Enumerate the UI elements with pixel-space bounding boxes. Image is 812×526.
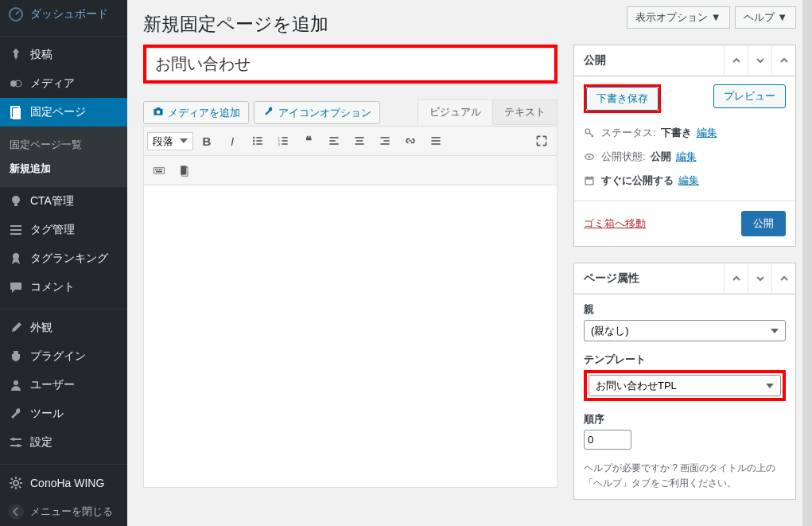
post-title-input[interactable]: [146, 48, 554, 80]
fullscreen-button[interactable]: [530, 130, 554, 152]
align-right-button[interactable]: [373, 130, 397, 152]
move-up-button[interactable]: [724, 264, 748, 293]
keyboard-button[interactable]: [147, 159, 171, 181]
toggle-panel-button[interactable]: [771, 46, 795, 75]
dashboard-icon: [8, 6, 24, 22]
toggle-toolbar-button[interactable]: [173, 159, 196, 181]
quote-button[interactable]: ❝: [297, 130, 321, 152]
save-draft-highlight: 下書き保存: [584, 84, 661, 113]
preview-button[interactable]: プレビュー: [713, 84, 786, 108]
svg-rect-33: [329, 140, 335, 142]
more-button[interactable]: [424, 130, 448, 152]
edit-schedule-link[interactable]: 編集: [678, 173, 699, 188]
brush-icon: [8, 320, 24, 336]
sidebar-label: ユーザー: [30, 378, 75, 392]
svg-rect-6: [14, 204, 17, 206]
move-down-button[interactable]: [748, 46, 771, 75]
toggle-panel-button[interactable]: [771, 264, 795, 293]
settings-icon: [8, 434, 24, 450]
link-button[interactable]: [398, 130, 422, 152]
sidebar-item-posts[interactable]: 投稿: [0, 41, 127, 69]
publish-button[interactable]: 公開: [741, 211, 786, 236]
editor-content[interactable]: [143, 185, 558, 488]
svg-point-13: [12, 438, 15, 441]
sidebar-sub-list[interactable]: 固定ページ一覧: [0, 133, 127, 157]
icon-options-button[interactable]: アイコンオプション: [254, 101, 380, 124]
page-attributes-box: ページ属性 親 (親なし) テンプレート: [573, 263, 796, 500]
wrench-icon: [8, 406, 24, 422]
sidebar-label: ツール: [30, 407, 64, 421]
parent-label: 親: [584, 302, 786, 317]
align-center-button[interactable]: [348, 130, 371, 152]
sidebar-label: ダッシュボード: [30, 7, 108, 21]
title-highlight: [143, 45, 558, 84]
visibility-value: 公開: [651, 150, 671, 164]
tab-visual[interactable]: ビジュアル: [418, 99, 493, 125]
sidebar-item-dashboard[interactable]: ダッシュボード: [0, 0, 127, 29]
svg-rect-37: [355, 143, 363, 145]
sidebar-item-conoha[interactable]: ConoHa WING: [0, 469, 127, 497]
award-icon: [8, 251, 24, 267]
publish-box: 公開 下書き保存 プレビュー: [573, 45, 796, 247]
svg-rect-41: [431, 137, 440, 138]
svg-rect-32: [329, 137, 338, 138]
admin-sidebar: ダッシュボード 投稿 メディア 固定ページ 固定ページ一覧 新規追加 CTA管理…: [0, 0, 127, 526]
svg-rect-36: [356, 140, 363, 142]
sidebar-submenu: 固定ページ一覧 新規追加: [0, 127, 127, 187]
sidebar-item-media[interactable]: メディア: [0, 69, 127, 98]
svg-rect-42: [431, 140, 440, 142]
user-icon: [8, 377, 24, 393]
pin-icon: [8, 47, 24, 63]
svg-rect-40: [380, 143, 389, 145]
save-draft-button[interactable]: 下書き保存: [586, 87, 659, 111]
template-select[interactable]: お問い合わせTPL: [589, 375, 781, 396]
move-to-trash-link[interactable]: ゴミ箱へ移動: [584, 216, 646, 231]
sidebar-item-plugins[interactable]: プラグイン: [0, 342, 127, 371]
sidebar-item-cta[interactable]: CTA管理: [0, 187, 127, 216]
sidebar-item-tags[interactable]: タグ管理: [0, 216, 127, 244]
svg-rect-46: [157, 169, 159, 170]
sidebar-sub-add[interactable]: 新規追加: [0, 157, 127, 181]
bold-button[interactable]: B: [195, 130, 219, 152]
svg-rect-25: [256, 143, 262, 145]
svg-point-24: [253, 143, 254, 145]
main-content: 表示オプション ▼ ヘルプ ▼ 新規固定ページを追加 メディアを追加: [127, 0, 812, 526]
order-input[interactable]: [584, 430, 631, 450]
svg-rect-31: [282, 143, 287, 145]
italic-button[interactable]: I: [220, 130, 244, 152]
add-media-button[interactable]: メディアを追加: [143, 101, 249, 124]
attributes-box-title: ページ属性: [574, 263, 649, 294]
format-select[interactable]: 段落: [147, 132, 193, 150]
tab-text[interactable]: テキスト: [493, 99, 558, 125]
media-icon: [8, 76, 24, 92]
sidebar-item-users[interactable]: ユーザー: [0, 371, 127, 399]
sidebar-label: 投稿: [30, 48, 52, 62]
move-down-button[interactable]: [748, 264, 771, 293]
template-highlight: お問い合わせTPL: [584, 370, 786, 401]
sidebar-item-settings[interactable]: 設定: [0, 428, 127, 457]
edit-status-link[interactable]: 編集: [697, 126, 717, 140]
svg-rect-45: [155, 169, 157, 170]
sidebar-item-tools[interactable]: ツール: [0, 399, 127, 428]
help-button[interactable]: ヘルプ ▼: [735, 6, 796, 29]
sidebar-item-ranking[interactable]: タグランキング: [0, 244, 127, 273]
sidebar-label: コメント: [30, 280, 75, 294]
align-left-button[interactable]: [322, 130, 346, 152]
list-icon: [8, 222, 24, 238]
svg-point-5: [12, 196, 20, 204]
screen-options-button[interactable]: 表示オプション ▼: [627, 6, 729, 29]
svg-rect-23: [256, 140, 262, 142]
bullet-list-button[interactable]: [246, 130, 270, 152]
move-up-button[interactable]: [724, 46, 748, 75]
edit-visibility-link[interactable]: 編集: [676, 150, 697, 164]
sidebar-label: メディア: [30, 76, 75, 91]
number-list-button[interactable]: 123: [271, 130, 295, 152]
parent-select[interactable]: (親なし): [584, 320, 786, 341]
schedule-label: すぐに公開する: [601, 173, 674, 188]
sidebar-label: タグランキング: [30, 251, 108, 266]
sidebar-item-appearance[interactable]: 外観: [0, 314, 127, 342]
collapse-menu[interactable]: メニューを閉じる: [0, 497, 127, 526]
svg-rect-7: [10, 225, 21, 227]
sidebar-item-pages[interactable]: 固定ページ: [0, 98, 127, 127]
sidebar-item-comments[interactable]: コメント: [0, 273, 127, 302]
